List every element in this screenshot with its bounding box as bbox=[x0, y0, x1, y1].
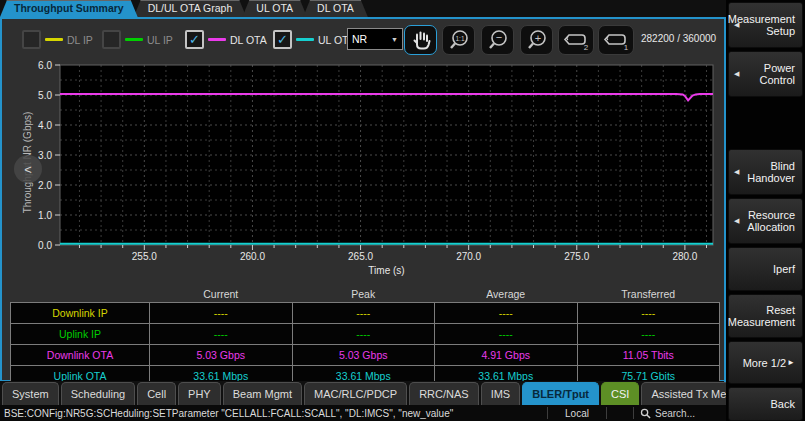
left-arrow-icon: ◀ bbox=[734, 168, 739, 176]
tab-scheduling[interactable]: Scheduling bbox=[61, 382, 135, 405]
zoom-1to1-icon: 1:1 bbox=[446, 28, 472, 52]
tab-dl-ota[interactable]: DL OTA bbox=[303, 0, 368, 17]
dl-ota-label: DL OTA bbox=[230, 34, 267, 46]
throughput-summary-table: Current Peak Average Transferred Downlin… bbox=[10, 285, 720, 387]
button-label: Back bbox=[771, 398, 795, 410]
collapse-panel-button[interactable]: < bbox=[14, 155, 42, 183]
button-label: Reset Measurement bbox=[728, 304, 795, 328]
table-row-uplink-ip: Uplink IP ---- ---- ---- ---- bbox=[11, 324, 720, 345]
more-pages-button[interactable]: More 1/2 ► bbox=[728, 341, 803, 384]
ul-ip-label: UL IP bbox=[147, 34, 173, 46]
cell-value: ---- bbox=[292, 324, 435, 345]
dl-ota-color-swatch bbox=[208, 38, 226, 41]
tag-1-button[interactable]: 1 bbox=[598, 25, 634, 55]
scpi-command-text: BSE:CONFig:NR5G:SCHeduling:SETParameter … bbox=[0, 408, 547, 419]
table-row-downlink-ip: Downlink IP ---- ---- ---- ---- bbox=[11, 303, 720, 324]
throughput-chart[interactable]: 0.01.02.03.04.05.06.0255.0260.0265.0270.… bbox=[2, 59, 720, 281]
button-label: Resource Allocation bbox=[741, 209, 795, 233]
table-row-downlink-ota: Downlink OTA 5.03 Gbps 5.03 Gbps 4.91 Gb… bbox=[11, 345, 720, 366]
svg-text:1.0: 1.0 bbox=[38, 210, 52, 221]
measurement-setup-button[interactable]: ◀ Measurement Setup bbox=[728, 2, 803, 48]
ul-ip-color-swatch bbox=[125, 38, 143, 41]
svg-text:0.0: 0.0 bbox=[38, 240, 52, 251]
resource-allocation-button[interactable]: ◀ Resource Allocation bbox=[728, 198, 803, 244]
svg-text:Time (s): Time (s) bbox=[368, 265, 404, 276]
rat-selector-value: NR bbox=[352, 33, 367, 45]
tab-rrc-nas[interactable]: RRC/NAS bbox=[409, 382, 479, 405]
left-arrow-icon: ◀ bbox=[734, 217, 739, 225]
bottom-tab-bar: System Scheduling Cell PHY Beam Mgmt MAC… bbox=[0, 381, 724, 405]
cell-value: 5.03 Gbps bbox=[150, 345, 293, 366]
tab-cell[interactable]: Cell bbox=[137, 382, 176, 405]
zoom-in-button[interactable]: + bbox=[520, 25, 553, 55]
ul-ota-color-swatch bbox=[296, 38, 314, 41]
sample-counter: 282200 / 360000 bbox=[641, 33, 716, 44]
legend-dl-ip: DL IP bbox=[22, 30, 93, 49]
rat-selector-dropdown[interactable]: NR ▼ bbox=[347, 28, 403, 50]
legend-ul-ota: ✓ UL OTA bbox=[273, 30, 355, 49]
tab-mac-rlc-pdcp[interactable]: MAC/RLC/PDCP bbox=[304, 382, 407, 405]
dl-ip-checkbox[interactable] bbox=[22, 30, 41, 49]
svg-text:275.0: 275.0 bbox=[564, 251, 589, 262]
tag-2-icon: 2 bbox=[561, 28, 591, 52]
back-button[interactable]: Back bbox=[728, 387, 803, 421]
status-bar: BSE:CONFig:NR5G:SCHeduling:SETParameter … bbox=[0, 405, 726, 421]
tab-dl-ul-ota-graph[interactable]: DL/UL OTA Graph bbox=[134, 0, 247, 17]
svg-text:280.0: 280.0 bbox=[672, 251, 697, 262]
tag-2-button[interactable]: 2 bbox=[558, 25, 594, 55]
dl-ota-checkbox[interactable]: ✓ bbox=[185, 30, 204, 49]
button-label: Power Control bbox=[741, 62, 795, 86]
cell-value: ---- bbox=[150, 324, 293, 345]
dl-ip-color-swatch bbox=[45, 38, 63, 41]
cell-value: ---- bbox=[577, 303, 720, 324]
svg-text:3.0: 3.0 bbox=[38, 150, 52, 161]
ul-ip-checkbox[interactable] bbox=[102, 30, 121, 49]
power-control-button[interactable]: ◀ Power Control bbox=[728, 51, 803, 97]
tab-ul-ota[interactable]: UL OTA bbox=[242, 0, 307, 17]
cell-value: ---- bbox=[150, 303, 293, 324]
row-label: Downlink IP bbox=[11, 303, 150, 324]
zoom-out-icon: − bbox=[485, 28, 511, 52]
cell-value: 5.03 Gbps bbox=[292, 345, 435, 366]
zoom-reset-button[interactable]: 1:1 bbox=[442, 25, 475, 55]
button-label: More 1/2 bbox=[743, 357, 786, 369]
legend-toolbar-row: DL IP UL IP ✓ DL OTA ✓ UL OTA NR ▼ bbox=[2, 19, 720, 59]
table-header-row: Current Peak Average Transferred bbox=[11, 285, 720, 303]
zoom-out-button[interactable]: − bbox=[481, 25, 514, 55]
col-header-current: Current bbox=[150, 285, 293, 303]
button-label: Iperf bbox=[773, 263, 795, 275]
col-header-transferred: Transferred bbox=[577, 285, 720, 303]
tab-bler-tput[interactable]: BLER/Tput bbox=[522, 382, 599, 405]
row-label: Downlink OTA bbox=[11, 345, 150, 366]
svg-text:1: 1 bbox=[624, 43, 629, 52]
tab-csi[interactable]: CSI bbox=[601, 382, 639, 405]
status-divider bbox=[606, 407, 607, 419]
cell-value: ---- bbox=[292, 303, 435, 324]
search-field[interactable]: Search... bbox=[634, 408, 726, 419]
main-area: Throughput Summary DL/UL OTA Graph UL OT… bbox=[0, 0, 726, 421]
softkey-sidebar: ◀ Measurement Setup ◀ Power Control ◀ Bl… bbox=[726, 0, 805, 421]
reset-measurement-button[interactable]: Reset Measurement bbox=[728, 294, 803, 338]
left-arrow-icon: ◀ bbox=[734, 21, 739, 29]
hand-icon bbox=[408, 28, 434, 52]
left-arrow-icon: ◀ bbox=[734, 70, 739, 78]
throughput-chart-area[interactable]: Throughput NR (Gbps) 0.01.02.03.04.05.06… bbox=[2, 59, 720, 283]
pan-tool-button[interactable] bbox=[404, 25, 437, 55]
svg-text:260.0: 260.0 bbox=[240, 251, 265, 262]
svg-text:1:1: 1:1 bbox=[455, 35, 464, 42]
svg-text:270.0: 270.0 bbox=[456, 251, 481, 262]
iperf-button[interactable]: Iperf bbox=[728, 247, 803, 291]
tab-ims[interactable]: IMS bbox=[481, 382, 521, 405]
cell-value: ---- bbox=[435, 324, 578, 345]
cell-value: 11.05 Tbits bbox=[577, 345, 720, 366]
blind-handover-button[interactable]: ◀ Blind Handover bbox=[728, 149, 803, 195]
cell-value: ---- bbox=[435, 303, 578, 324]
tab-system[interactable]: System bbox=[2, 382, 59, 405]
dropdown-arrow-icon: ▼ bbox=[391, 36, 398, 43]
tab-beam-mgmt[interactable]: Beam Mgmt bbox=[223, 382, 302, 405]
row-label: Uplink IP bbox=[11, 324, 150, 345]
ul-ota-checkbox[interactable]: ✓ bbox=[273, 30, 292, 49]
tab-phy[interactable]: PHY bbox=[178, 382, 221, 405]
tab-throughput-summary[interactable]: Throughput Summary bbox=[0, 0, 138, 17]
legend-dl-ota: ✓ DL OTA bbox=[185, 30, 267, 49]
